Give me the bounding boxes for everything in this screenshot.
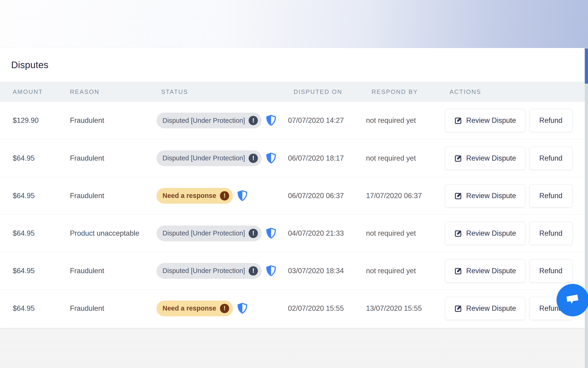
respond-by-date: not required yet (366, 102, 444, 139)
table-row: $129.90 Fraudulent Disputed [Under Prote… (0, 102, 585, 139)
edit-pencil-icon (454, 116, 463, 125)
scrollbar-thumb[interactable] (585, 48, 588, 84)
respond-by-date: 13/07/2020 15:55 (366, 290, 444, 327)
column-header-amount: AMOUNT (0, 82, 64, 102)
refund-label: Refund (539, 154, 562, 162)
protection-shield-icon (266, 265, 276, 277)
scrollbar-track[interactable] (585, 48, 588, 368)
edit-pencil-icon (454, 304, 463, 313)
status-badge-label: Need a response (163, 192, 216, 200)
dispute-amount: $64.95 (0, 177, 64, 215)
protection-shield-icon (266, 153, 276, 164)
protection-shield-icon (237, 190, 248, 202)
respond-by-date: 17/07/2020 06:37 (366, 177, 444, 215)
column-header-respond-by: RESPOND BY (366, 82, 444, 102)
status-badge-label: Disputed [Under Protection] (163, 154, 245, 162)
status-badge: Need a response ! (157, 188, 233, 204)
refund-button[interactable]: Refund (529, 147, 572, 170)
review-dispute-label: Review Dispute (466, 304, 516, 313)
dispute-amount: $64.95 (0, 215, 64, 252)
dispute-amount: $64.95 (0, 290, 64, 327)
review-dispute-label: Review Dispute (466, 267, 516, 275)
dispute-amount: $64.95 (0, 139, 64, 177)
refund-label: Refund (539, 267, 562, 275)
review-dispute-button[interactable]: Review Dispute (445, 259, 525, 283)
disputes-card: Disputes AMOUNT REASON STATUS DISPUTED O… (0, 48, 585, 328)
edit-pencil-icon (454, 229, 463, 238)
review-dispute-button[interactable]: Review Dispute (445, 147, 525, 170)
review-dispute-button[interactable]: Review Dispute (445, 222, 525, 245)
status-badge: Need a response ! (157, 301, 233, 316)
table-row: $64.95 Fraudulent Disputed [Under Protec… (0, 139, 585, 177)
respond-by-date: not required yet (366, 215, 444, 252)
respond-by-date: not required yet (366, 139, 444, 177)
status-badge-label: Disputed [Under Protection] (163, 117, 245, 124)
edit-pencil-icon (454, 267, 463, 275)
exclamation-circle-icon: ! (249, 116, 258, 125)
status-badge: Disputed [Under Protection] ! (157, 113, 262, 128)
dispute-amount: $64.95 (0, 252, 64, 290)
exclamation-circle-icon: ! (249, 154, 258, 163)
disputed-on-date: 03/07/2020 18:34 (288, 252, 366, 290)
disputed-on-date: 04/07/2020 21:33 (288, 215, 366, 252)
disputes-table: AMOUNT REASON STATUS DISPUTED ON RESPOND… (0, 82, 585, 327)
refund-button[interactable]: Refund (529, 222, 572, 245)
chat-launcher-button[interactable] (556, 284, 588, 316)
dispute-reason: Fraudulent (64, 252, 156, 290)
table-row: $64.95 Product unacceptable Disputed [Un… (0, 215, 585, 252)
review-dispute-button[interactable]: Review Dispute (445, 184, 525, 207)
dispute-reason: Product unacceptable (64, 215, 156, 252)
disputed-on-date: 06/07/2020 06:37 (288, 177, 366, 215)
status-badge-label: Disputed [Under Protection] (163, 230, 245, 237)
column-header-actions: ACTIONS (444, 82, 585, 102)
exclamation-circle-icon: ! (249, 229, 258, 238)
protection-shield-icon (266, 115, 276, 126)
respond-by-date: not required yet (366, 252, 444, 290)
status-badge: Disputed [Under Protection] ! (157, 150, 262, 166)
refund-button[interactable]: Refund (529, 184, 572, 207)
dispute-reason: Fraudulent (64, 139, 156, 177)
chat-bubble-icon (565, 294, 580, 307)
table-row: $64.95 Fraudulent Need a response ! 06/0… (0, 177, 585, 215)
disputed-on-date: 02/07/2020 15:55 (288, 290, 366, 327)
protection-shield-icon (266, 228, 276, 239)
column-header-status: STATUS (156, 82, 288, 102)
refund-label: Refund (539, 116, 562, 125)
refund-button[interactable]: Refund (529, 109, 572, 132)
status-badge-label: Disputed [Under Protection] (163, 267, 245, 275)
edit-pencil-icon (454, 154, 463, 162)
protection-shield-icon (237, 303, 248, 314)
status-badge-label: Need a response (163, 304, 216, 312)
review-dispute-label: Review Dispute (466, 192, 516, 200)
table-header-row: AMOUNT REASON STATUS DISPUTED ON RESPOND… (0, 82, 585, 102)
review-dispute-button[interactable]: Review Dispute (445, 109, 525, 132)
review-dispute-label: Review Dispute (466, 154, 516, 162)
exclamation-circle-icon: ! (249, 266, 258, 276)
status-badge: Disputed [Under Protection] ! (157, 263, 262, 279)
exclamation-circle-icon: ! (220, 191, 229, 201)
review-dispute-button[interactable]: Review Dispute (445, 297, 525, 320)
page-background-gradient (0, 0, 588, 49)
dispute-reason: Fraudulent (64, 177, 156, 215)
table-row: $64.95 Fraudulent Disputed [Under Protec… (0, 252, 585, 290)
table-row: $64.95 Fraudulent Need a response ! 02/0… (0, 290, 585, 327)
review-dispute-label: Review Dispute (466, 116, 516, 125)
refund-label: Refund (539, 192, 562, 200)
exclamation-circle-icon: ! (220, 304, 229, 313)
dispute-reason: Fraudulent (64, 102, 156, 139)
column-header-reason: REASON (64, 82, 156, 102)
column-header-disputed-on: DISPUTED ON (288, 82, 366, 102)
refund-button[interactable]: Refund (529, 259, 572, 283)
dispute-amount: $129.90 (0, 102, 64, 139)
disputed-on-date: 07/07/2020 14:27 (288, 102, 366, 139)
edit-pencil-icon (454, 192, 463, 200)
dispute-reason: Fraudulent (64, 290, 156, 327)
status-badge: Disputed [Under Protection] ! (157, 225, 262, 241)
page-title: Disputes (11, 60, 48, 70)
card-header: Disputes (0, 48, 585, 82)
disputed-on-date: 06/07/2020 18:17 (288, 139, 366, 177)
review-dispute-label: Review Dispute (466, 229, 516, 238)
refund-label: Refund (539, 229, 562, 238)
